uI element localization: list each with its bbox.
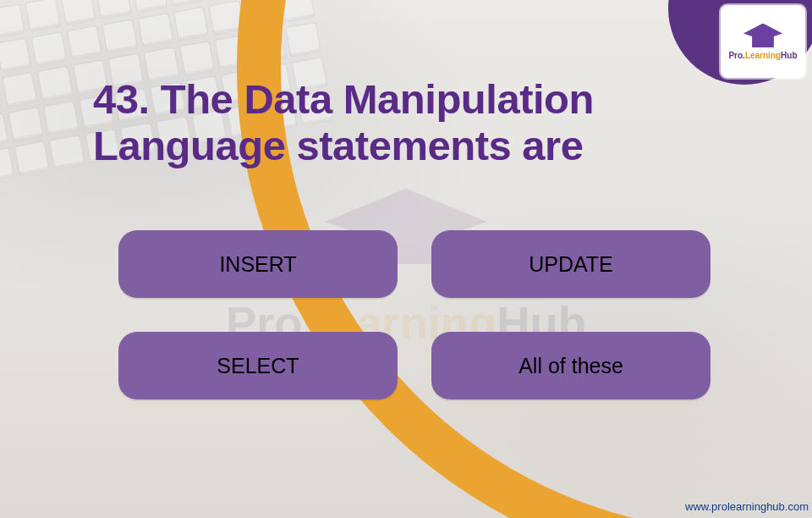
question-text: The Data Manipulation Language statement… [93,76,594,168]
tassel-icon [784,30,787,47]
option-c[interactable]: SELECT [118,332,398,400]
question-title: 43. The Data Manipulation Language state… [93,76,719,169]
footer-url: www.prolearninghub.com [685,500,809,513]
question-number: 43. [93,76,150,122]
corner-brand-primary: Pro [728,51,743,60]
options-grid: INSERT UPDATE SELECT All of these [118,230,710,400]
corner-brand-accent: Learning [745,51,781,60]
corner-brand-logo: Pro.LearningHub [721,5,805,78]
graduation-cap-icon [743,24,782,49]
option-b[interactable]: UPDATE [431,230,710,298]
slide-stage: ProLearningHub Pro.LearningHub 43. The D… [0,0,812,518]
option-a[interactable]: INSERT [118,230,398,298]
option-label: INSERT [219,252,296,277]
option-label: All of these [518,354,623,378]
option-label: UPDATE [529,252,613,277]
option-label: SELECT [217,354,299,378]
corner-brand-suffix: Hub [781,51,797,60]
option-d[interactable]: All of these [431,332,710,400]
